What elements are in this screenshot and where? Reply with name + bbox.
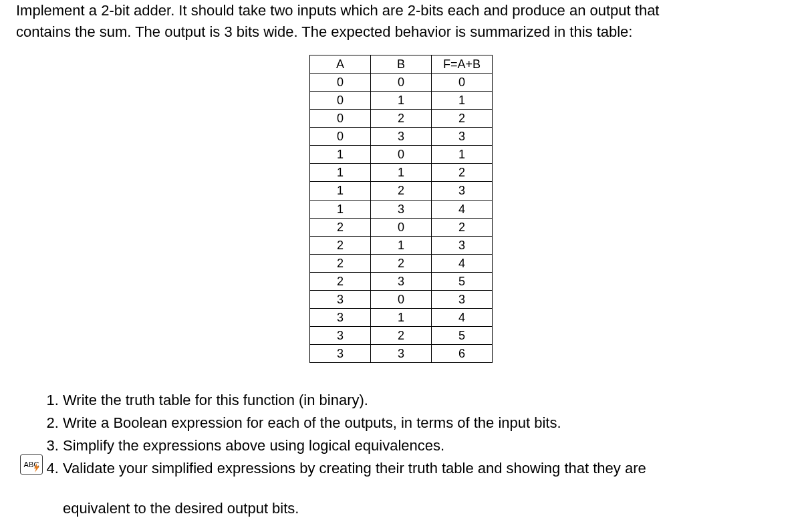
table-row: 123	[310, 182, 493, 200]
table-row: 134	[310, 200, 493, 218]
table-header-a: A	[310, 55, 371, 73]
table-row: 022	[310, 110, 493, 128]
behavior-table: A B F=A+B 000 011 022 033 101 112 123 13…	[309, 55, 493, 364]
table-header-f: F=A+B	[432, 55, 493, 73]
table-row: 314	[310, 309, 493, 327]
table-row: 101	[310, 146, 493, 164]
table-row: 235	[310, 272, 493, 290]
table-row: 000	[310, 73, 493, 91]
table-body: 000 011 022 033 101 112 123 134 202 213 …	[310, 73, 493, 363]
question-item-4: Validate your simplified expressions by …	[63, 458, 786, 479]
table-row: 224	[310, 254, 493, 272]
table-row: 011	[310, 91, 493, 109]
spellcheck-badge[interactable]: ABC	[20, 454, 43, 475]
table-header-b: B	[371, 55, 432, 73]
document-page: Implement a 2-bit adder. It should take …	[0, 0, 802, 519]
table-row: 112	[310, 164, 493, 182]
intro-line-2: contains the sum. The output is 3 bits w…	[16, 23, 632, 40]
question-item-1: Write the truth table for this function …	[63, 390, 786, 411]
table-row: 336	[310, 345, 493, 363]
table-row: 325	[310, 327, 493, 345]
table-row: 202	[310, 218, 493, 236]
question-4-continuation: equivalent to the desired output bits.	[63, 498, 786, 519]
table-row: 303	[310, 291, 493, 309]
intro-line-1: Implement a 2-bit adder. It should take …	[16, 2, 659, 19]
lightning-icon	[33, 463, 41, 473]
table-row: 033	[310, 128, 493, 146]
table-header-row: A B F=A+B	[310, 55, 493, 73]
question-item-3: Simplify the expressions above using log…	[63, 435, 786, 456]
question-list: Write the truth table for this function …	[63, 390, 786, 479]
question-item-2: Write a Boolean expression for each of t…	[63, 412, 786, 434]
table-row: 213	[310, 236, 493, 254]
intro-paragraph: Implement a 2-bit adder. It should take …	[16, 0, 786, 43]
